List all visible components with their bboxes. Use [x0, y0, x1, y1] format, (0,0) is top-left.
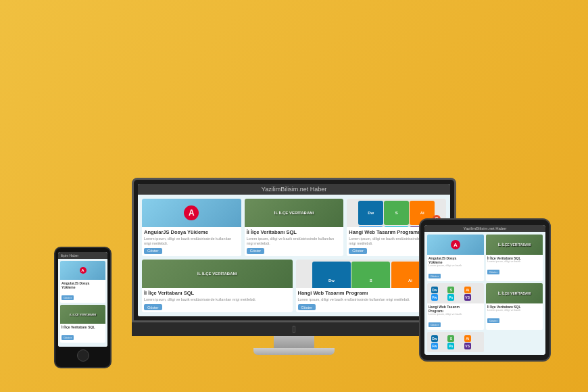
tablet-card-btn-1[interactable]: Göster	[428, 274, 441, 278]
monitor: YazilimBilisim.net Haber A AngularJS Dos…	[132, 178, 456, 355]
phone-card-1: A AngularJS Dosya Yükleme Göster	[60, 261, 105, 303]
tablet-card-btn-3[interactable]: Göster	[428, 322, 441, 327]
card-title-1: AngularJS Dosya Yükleme	[144, 229, 239, 235]
tablet-card-btn-4[interactable]: Göster	[487, 318, 499, 323]
tablet-card-text-2: Lorem ipsum, diligi ve bazik	[487, 260, 541, 264]
phone: ilişim Haber A AngularJS Dosya Yükleme G…	[54, 247, 112, 368]
card-btn-4[interactable]: Göster	[144, 304, 162, 310]
tablet-card-2: İL İLÇE VERİTABANI İl İlçe Veritabanı SQ…	[486, 235, 543, 281]
monitor-stand-neck	[274, 336, 314, 348]
phone-card-2: İL İLÇE VERİTABANI İl İlçe Veritabanı SQ…	[60, 305, 105, 343]
tablet-titlebar: YazilimBilisim.net Haber	[424, 225, 545, 232]
card-text-2: Lorem ipsum, diligi ve bazik endüstrissi…	[247, 237, 342, 246]
tablet-card-text-3: Lorem ipsum, diligi ve bazik	[428, 313, 483, 316]
card-btn-5[interactable]: Göster	[298, 304, 316, 310]
card-title-4: İl İlçe Veritabanı SQL	[144, 290, 291, 296]
tablet-card-1: A AngularJS DosyaYükleme Lorem ipsum, di…	[427, 235, 484, 281]
tablet-card-text-4: Lorem ipsum, diligi ve bazik	[487, 309, 541, 312]
ilce-text-1: İL İLÇE VERİTABANI	[274, 211, 314, 215]
card-title-2: İl İlçe Veritabanı SQL	[247, 229, 342, 235]
angular-badge: A	[184, 205, 199, 220]
tablet-card-4: İL İLÇE VERİTABANI İl İlçe Veritabanı SQ…	[486, 283, 543, 330]
phone-titlebar: ilişim Haber	[58, 252, 107, 259]
monitor-card-1: A AngularJS Dosya Yükleme Lorem ipsum, d…	[142, 199, 241, 256]
tablet-card-5: Dw S Ai Fw Ps VS	[427, 332, 484, 352]
tablet-card-3: Dw S Ai Fw Ps VS Hangi Web TasarımProgra…	[427, 283, 484, 330]
phone-card-title-1: AngularJS Dosya Yükleme	[62, 281, 104, 289]
tablet-card-text-1: Lorem ipsum, diligi ve bazik	[428, 264, 483, 268]
monitor-grid-row1: A AngularJS Dosya Yükleme Lorem ipsum, d…	[142, 199, 446, 256]
monitor-grid-row2: İL İLÇE VERİTABANI İl İlçe Veritabanı SQ…	[142, 260, 446, 312]
phone-card-btn-1[interactable]: Göster	[62, 295, 74, 300]
tablet: YazilimBilisim.net Haber A AngularJS Dos…	[419, 218, 551, 362]
tablet-card-btn-2[interactable]: Göster	[487, 270, 499, 274]
card-btn-1[interactable]: Göster	[144, 248, 162, 254]
card-text-4: Lorem ipsum, diligi ve bazik endüstrissi…	[144, 297, 291, 302]
apple-logo: 	[132, 322, 456, 336]
phone-home-button[interactable]	[77, 349, 89, 362]
card-btn-2[interactable]: Göster	[247, 248, 265, 254]
monitor-card-4: İL İLÇE VERİTABANI İl İlçe Veritabanı SQ…	[142, 260, 293, 312]
monitor-titlebar: YazilimBilisim.net Haber	[138, 184, 450, 195]
card-btn-3[interactable]: Göster	[349, 248, 367, 254]
ilce-text-2: İL İLÇE VERİTABANI	[197, 272, 237, 276]
phone-card-title-2: İl İlçe Veritabanı SQL	[62, 325, 104, 329]
monitor-card-2: İL İLÇE VERİTABANI İl İlçe Veritabanı SQ…	[245, 199, 344, 256]
monitor-stand-base	[253, 348, 335, 355]
card-text-1: Lorem ipsum, diligi ve bazik endüstrissi…	[144, 237, 239, 246]
scene: YazilimBilisim.net Haber A AngularJS Dos…	[17, 10, 571, 382]
phone-card-btn-2[interactable]: Göster	[62, 335, 74, 340]
